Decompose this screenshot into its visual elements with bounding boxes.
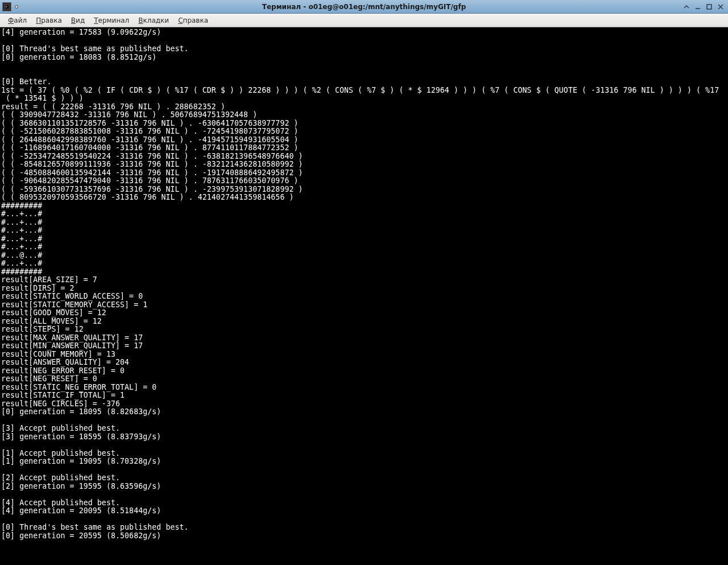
close-button[interactable]	[715, 2, 726, 11]
minimize-button[interactable]	[693, 2, 703, 11]
menu-terminal[interactable]: Терминал	[89, 15, 134, 26]
window-title: Терминал - o01eg@o01eg:/mnt/anythings/my…	[262, 3, 466, 11]
terminal-output[interactable]: [4] generation = 17583 (9.09622g/s) [0] …	[0, 27, 728, 565]
menu-help[interactable]: Справка	[173, 15, 213, 26]
app-icon: >	[2, 2, 11, 11]
menubar: Файл Правка Вид Терминал Вкладки Справка	[0, 14, 728, 27]
sticky-indicator-icon[interactable]	[15, 5, 18, 9]
svg-rect-3	[707, 5, 712, 9]
window-controls	[681, 2, 726, 11]
menu-file[interactable]: Файл	[3, 15, 31, 26]
menu-view[interactable]: Вид	[67, 15, 89, 26]
window-titlebar: > Терминал - o01eg@o01eg:/mnt/anythings/…	[0, 0, 728, 14]
svg-text:>: >	[5, 5, 7, 9]
menu-edit[interactable]: Правка	[31, 15, 67, 26]
maximize-button[interactable]	[704, 2, 714, 11]
rollup-button[interactable]	[681, 2, 692, 11]
menu-tabs[interactable]: Вкладки	[134, 15, 173, 26]
